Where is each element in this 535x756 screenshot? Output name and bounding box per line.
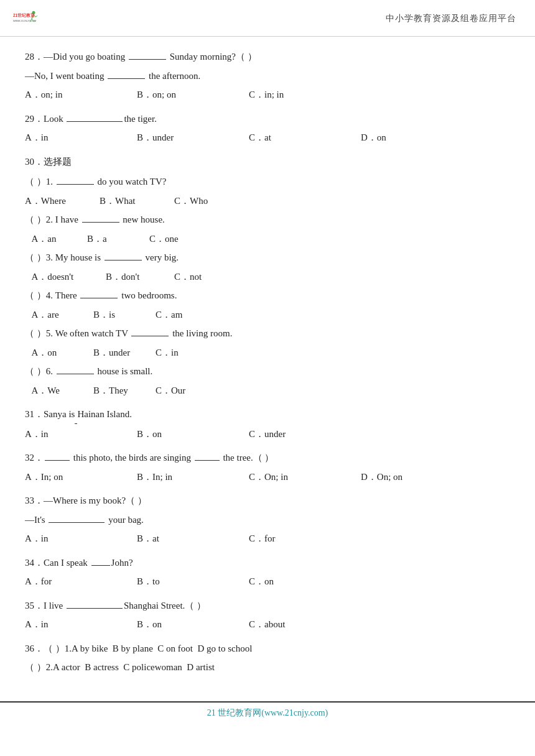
question-34: 34．Can I speak John? A．for B．to C．on [25, 554, 510, 591]
q29-opt-d: D．on [361, 129, 473, 147]
q28-sub: —No, I went boating the afternoon. [25, 67, 510, 85]
q28-options: A．on; in B．on; on C．in; in [25, 86, 510, 104]
q30-sub6-opt-b: B．They [93, 382, 156, 400]
q31-opt-c: C．under [249, 425, 361, 443]
q29-opt-c: C．at [249, 129, 361, 147]
q30-sub2-opt-c: C．one [149, 230, 212, 248]
q30-sub2-options: A．an B．a C．one [25, 230, 510, 248]
q32-opt-c: C．On; in [249, 468, 361, 486]
q35-text: 35．I live Shanghai Street.（ ） [25, 597, 510, 615]
q30-sub1-opt-a: A．Where [25, 192, 100, 210]
q30-sub6-opt-a: A．We [25, 382, 93, 400]
platform-name: 中小学教育资源及组卷应用平台 [386, 13, 516, 24]
question-36: 36．（ ）1.A by bike B by plane C on foot D… [25, 640, 510, 676]
q30-sub1-opt-b: B．What [100, 192, 174, 210]
q30-sub2-opt-a: A．an [25, 230, 87, 248]
q28-text: 28．—Did you go boating Sunday morning?（ … [25, 48, 510, 66]
q30-sub5-opt-b: B．under [93, 344, 156, 362]
question-32: 32． this photo, the birds are singing th… [25, 449, 510, 486]
q30-sub3-opt-b: B．don't [106, 268, 174, 286]
q31-text: 31．Sanya is Hainan Island. [25, 405, 510, 424]
q32-opt-b: B．In; in [137, 468, 249, 486]
q30-sub4-opt-a: A．are [25, 306, 93, 324]
q30-sub5-opt-a: A．on [25, 344, 93, 362]
question-28: 28．—Did you go boating Sunday morning?（ … [25, 48, 510, 104]
q28-opt-a: A．on; in [25, 86, 137, 104]
page-header: 21世纪教育 WWW.21CNJY.COM 中小学教育资源及组卷应用平台 [0, 0, 535, 37]
q30-sub6-opt-c: C．Our [156, 382, 205, 400]
q30-sub5-text: （ ）5. We often watch TV the living room. [25, 325, 510, 343]
q30-sub6-text: （ ）6. house is small. [25, 362, 510, 380]
question-33: 33．—Where is my book?（ ） —It's your bag.… [25, 492, 510, 548]
main-content: 28．—Did you go boating Sunday morning?（ … [0, 37, 535, 695]
q32-text: 32． this photo, the birds are singing th… [25, 449, 510, 467]
question-30: 30．选择题 （ ）1. do you watch TV? A．Where B．… [25, 153, 510, 400]
q34-options: A．for B．to C．on [25, 573, 510, 591]
q30-sub5-opt-c: C．in [156, 344, 205, 362]
q33-options: A．in B．at C．for [25, 530, 510, 548]
question-31: 31．Sanya is Hainan Island. A．in B．on C．u… [25, 405, 510, 443]
q34-text: 34．Can I speak John? [25, 554, 510, 572]
svg-text:21世纪教育: 21世纪教育 [13, 12, 35, 18]
q33-sub: —It's your bag. [25, 511, 510, 529]
q28-opt-b: B．on; on [137, 86, 249, 104]
q30-sub4-text: （ ）4. There two bedrooms. [25, 287, 510, 305]
q35-options: A．in B．on C．about [25, 615, 510, 634]
q33-text: 33．—Where is my book?（ ） [25, 492, 510, 510]
q30-sub3-text: （ ）3. My house is very big. [25, 249, 510, 267]
q30-sub6-options: A．We B．They C．Our [25, 382, 510, 400]
q30-sub4-opt-c: C．am [156, 306, 205, 324]
q28-opt-c: C．in; in [249, 86, 361, 104]
q35-opt-a: A．in [25, 615, 137, 634]
q32-opt-d: D．On; on [361, 468, 473, 486]
q30-sub1-text: （ ）1. do you watch TV? [25, 173, 510, 191]
svg-text:WWW.21CNJY.COM: WWW.21CNJY.COM [13, 19, 36, 22]
q30-sub3-options: A．doesn't B．don't C．not [25, 268, 510, 286]
question-29: 29．Look the tiger. A．in B．under C．at D．o… [25, 110, 510, 147]
q30-sub2-text: （ ）2. I have new house. [25, 211, 510, 229]
svg-line-5 [35, 16, 37, 17]
logo-area: 21世纪教育 WWW.21CNJY.COM [12, 5, 40, 32]
footer-text: 21 世纪教育网(www.21cnjy.com) [207, 708, 328, 717]
q29-opt-a: A．in [25, 129, 137, 147]
q34-opt-b: B．to [137, 573, 249, 591]
q35-opt-b: B．on [137, 615, 249, 634]
q30-sub4-opt-b: B．is [93, 306, 156, 324]
q30-sub1-options: A．Where B．What C．Who [25, 192, 510, 210]
q31-opt-a: A．in [25, 425, 137, 443]
q29-options: A．in B．under C．at D．on [25, 129, 510, 147]
q33-opt-c: C．for [249, 530, 361, 548]
q30-sub5-options: A．on B．under C．in [25, 344, 510, 362]
q32-options: A．In; on B．In; in C．On; in D．On; on [25, 468, 510, 486]
q36b-text: （ ）2.A actor B actress C policewoman D a… [25, 658, 510, 676]
logo-icon: 21世纪教育 WWW.21CNJY.COM [12, 5, 40, 32]
q36-text: 36．（ ）1.A by bike B by plane C on foot D… [25, 640, 510, 658]
q30-sub3-opt-a: A．doesn't [25, 268, 106, 286]
q30-sub1-opt-c: C．Who [174, 192, 249, 210]
q30-sub3-opt-c: C．not [174, 268, 224, 286]
q30-sub2-opt-b: B．a [87, 230, 149, 248]
q30-sub4-options: A．are B．is C．am [25, 306, 510, 324]
page-footer: 21 世纪教育网(www.21cnjy.com) [0, 701, 535, 722]
q29-text: 29．Look the tiger. [25, 110, 510, 128]
q35-opt-c: C．about [249, 615, 361, 634]
q31-options: A．in B．on C．under [25, 425, 510, 443]
q32-opt-a: A．In; on [25, 468, 137, 486]
q33-opt-b: B．at [137, 530, 249, 548]
q29-opt-b: B．under [137, 129, 249, 147]
q31-opt-b: B．on [137, 425, 249, 443]
q34-opt-a: A．for [25, 573, 137, 591]
question-35: 35．I live Shanghai Street.（ ） A．in B．on … [25, 597, 510, 634]
q34-opt-c: C．on [249, 573, 361, 591]
q33-opt-a: A．in [25, 530, 137, 548]
q30-title: 30．选择题 [25, 153, 510, 171]
